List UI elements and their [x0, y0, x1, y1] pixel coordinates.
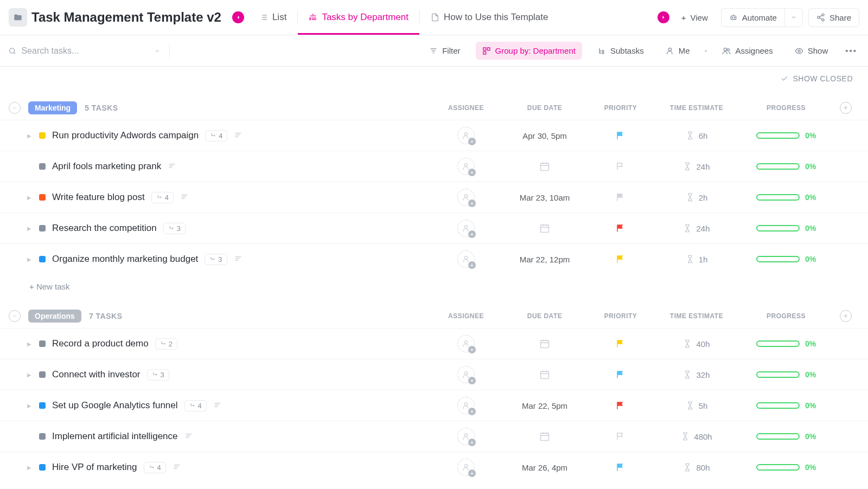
nav-prev-button[interactable] [232, 11, 244, 23]
time-estimate-text[interactable]: 32h [696, 370, 710, 379]
group-name-badge[interactable]: Operations [28, 310, 81, 323]
description-icon[interactable] [173, 462, 181, 473]
status-square[interactable] [39, 433, 46, 440]
status-square[interactable] [39, 225, 46, 231]
automate-dropdown-button[interactable] [784, 8, 803, 27]
expand-caret[interactable]: ▶ [27, 195, 33, 201]
status-square[interactable] [39, 464, 46, 471]
progress-bar[interactable] [756, 225, 800, 231]
time-estimate-text[interactable]: 6h [699, 131, 708, 140]
description-icon[interactable] [213, 401, 222, 411]
tab-tasks-by-department[interactable]: Tasks by Department [298, 7, 419, 28]
priority-flag-icon[interactable] [616, 432, 626, 441]
progress-bar[interactable] [756, 132, 800, 139]
status-square[interactable] [39, 402, 46, 409]
assign-user-button[interactable] [457, 397, 475, 414]
col-header-due-date[interactable]: DUE DATE [501, 104, 588, 112]
subtasks-button[interactable]: Subtasks [591, 42, 650, 60]
assign-user-button[interactable] [457, 127, 475, 144]
add-column-button[interactable]: + [840, 102, 852, 114]
search-input[interactable] [21, 46, 149, 56]
progress-bar[interactable] [756, 464, 800, 471]
status-square[interactable] [39, 340, 46, 347]
time-estimate-text[interactable]: 40h [696, 339, 710, 349]
col-header-priority[interactable]: PRIORITY [588, 104, 653, 112]
task-name[interactable]: Set up Google Analytics funnel [52, 400, 178, 411]
description-icon[interactable] [234, 131, 242, 141]
priority-flag-icon[interactable] [616, 131, 626, 140]
status-square[interactable] [39, 194, 46, 201]
automate-button[interactable]: Automate [721, 8, 784, 27]
tab-list[interactable]: List [248, 7, 297, 28]
status-square[interactable] [39, 371, 46, 378]
group-by-button[interactable]: Group by: Department [476, 42, 582, 60]
time-estimate-text[interactable]: 5h [699, 401, 708, 410]
assign-user-button[interactable] [457, 428, 475, 445]
priority-flag-icon[interactable] [616, 223, 626, 233]
progress-bar[interactable] [756, 402, 800, 409]
time-estimate-text[interactable]: 1h [699, 255, 708, 264]
assign-user-button[interactable] [457, 220, 475, 237]
assignees-button[interactable]: Assignees [716, 42, 779, 60]
subtask-count-badge[interactable]: 4 [144, 462, 166, 473]
col-header-time-estimate[interactable]: TIME ESTIMATE [653, 312, 740, 320]
task-name[interactable]: Run productivity Adwords campaign [52, 130, 199, 141]
col-header-assignee[interactable]: ASSIGNEE [431, 104, 501, 112]
chevron-down-icon[interactable] [154, 47, 161, 55]
progress-bar[interactable] [756, 433, 800, 440]
expand-caret[interactable]: ▶ [27, 403, 33, 409]
priority-flag-icon[interactable] [616, 254, 626, 264]
task-name[interactable]: Research the competition [52, 223, 157, 234]
progress-bar[interactable] [756, 163, 800, 170]
col-header-progress[interactable]: PROGRESS [740, 104, 832, 112]
expand-caret[interactable]: ▶ [27, 256, 33, 262]
filter-button[interactable]: Filter [423, 42, 467, 60]
assign-user-button[interactable] [457, 335, 475, 352]
task-row[interactable]: ▶ Write feature blog post 4 Mar 23, 10am [0, 182, 868, 213]
show-button[interactable]: Show [788, 42, 835, 60]
task-name[interactable]: April fools marketing prank [52, 161, 161, 172]
description-icon[interactable] [184, 432, 193, 442]
calendar-icon[interactable] [539, 223, 550, 234]
task-name[interactable]: Write feature blog post [52, 192, 145, 203]
progress-bar[interactable] [756, 256, 800, 262]
task-row[interactable]: ▶ Hire VP of marketing 4 Mar 26, 4pm [0, 452, 868, 482]
priority-flag-icon[interactable] [616, 162, 626, 171]
expand-caret[interactable]: ▶ [27, 226, 33, 231]
status-square[interactable] [39, 132, 46, 139]
description-icon[interactable] [234, 254, 242, 265]
time-estimate-text[interactable]: 480h [694, 432, 712, 441]
expand-caret[interactable]: ▶ [27, 372, 33, 378]
description-icon[interactable] [180, 192, 189, 203]
expand-caret[interactable]: ▶ [27, 341, 33, 347]
priority-flag-icon[interactable] [616, 339, 626, 349]
add-column-button[interactable]: + [840, 310, 852, 322]
priority-flag-icon[interactable] [616, 401, 626, 410]
expand-caret[interactable]: ▶ [27, 133, 33, 139]
progress-bar[interactable] [756, 340, 800, 347]
group-name-badge[interactable]: Marketing [28, 101, 77, 114]
expand-caret[interactable]: ▶ [27, 465, 33, 471]
status-square[interactable] [39, 256, 46, 262]
status-square[interactable] [39, 163, 46, 170]
task-row[interactable]: ▶ Set up Google Analytics funnel 4 Mar 2… [0, 390, 868, 421]
collapse-button[interactable] [9, 310, 21, 322]
task-name[interactable]: Organize monthly marketing budget [52, 254, 198, 265]
task-row[interactable]: Implement artificial intelligence 480h [0, 421, 868, 452]
progress-bar[interactable] [756, 194, 800, 201]
collapse-button[interactable] [9, 102, 21, 114]
nav-next-button[interactable] [658, 11, 669, 23]
time-estimate-text[interactable]: 2h [699, 193, 708, 202]
subtask-count-badge[interactable]: 3 [147, 369, 169, 381]
task-row[interactable]: ▶ Record a product demo 2 40h [0, 328, 868, 359]
task-name[interactable]: Hire VP of marketing [52, 462, 137, 473]
subtask-count-badge[interactable]: 4 [184, 400, 207, 411]
task-name[interactable]: Implement artificial intelligence [52, 431, 178, 442]
assign-user-button[interactable] [457, 459, 475, 476]
col-header-progress[interactable]: PROGRESS [740, 312, 832, 320]
time-estimate-text[interactable]: 24h [696, 224, 710, 233]
task-name[interactable]: Connect with investor [52, 369, 141, 380]
subtask-count-badge[interactable]: 3 [163, 223, 186, 234]
subtask-count-badge[interactable]: 4 [151, 192, 174, 203]
col-header-priority[interactable]: PRIORITY [588, 312, 653, 320]
